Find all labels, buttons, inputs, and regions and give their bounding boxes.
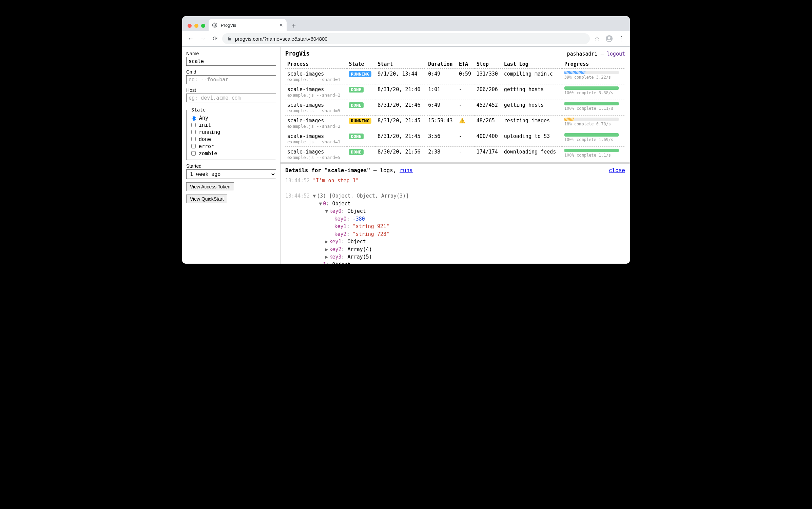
process-cmd: example.js --shard=5: [287, 108, 345, 113]
table-row[interactable]: scale-imagesexample.js --shard=1RUNNING9…: [285, 69, 625, 84]
started-label: Started: [186, 163, 276, 169]
app-content: Name Cmd Host State Anyinitrunningdoneer…: [182, 47, 630, 264]
new-tab-button[interactable]: ＋: [289, 20, 299, 30]
cell-step: 174/174: [475, 147, 502, 162]
table-row[interactable]: scale-imagesexample.js --shard=5DONE8/30…: [285, 147, 625, 162]
view-quickstart-button[interactable]: View QuickStart: [186, 195, 227, 203]
table-row[interactable]: scale-imagesexample.js --shard=2DONE8/31…: [285, 84, 625, 100]
state-badge: RUNNING: [349, 118, 371, 124]
state-option-zombie[interactable]: zombie: [190, 150, 272, 157]
progress-bar: [564, 118, 619, 121]
progress-bar: [564, 102, 619, 105]
started-select[interactable]: 1 week ago: [186, 169, 276, 179]
window-zoom-icon[interactable]: [201, 24, 205, 28]
state-option-running[interactable]: running: [190, 128, 272, 136]
log-tree-node[interactable]: ▶key3: Array(5): [285, 253, 625, 261]
state-checkbox-running[interactable]: [191, 130, 196, 134]
nav-forward-button[interactable]: →: [198, 34, 208, 44]
tab-close-icon[interactable]: ✕: [279, 22, 283, 28]
state-option-error[interactable]: error: [190, 143, 272, 150]
cell-progress: 100% complete 1.11/s: [562, 100, 625, 116]
logout-link[interactable]: logout: [607, 51, 625, 57]
state-fieldset: State Anyinitrunningdoneerrorzombie: [186, 107, 276, 160]
cell-eta: -: [457, 100, 475, 116]
username: pashasadri: [567, 51, 597, 57]
kebab-menu-icon[interactable]: ⋮: [616, 34, 626, 44]
user-block: pashasadri — logout: [567, 51, 625, 57]
name-input[interactable]: [186, 57, 276, 66]
state-checkbox-done[interactable]: [191, 137, 196, 141]
state-option-done[interactable]: done: [190, 136, 272, 143]
profile-avatar-icon[interactable]: [604, 34, 614, 44]
progress-text: 39% complete 3.22/s: [564, 75, 623, 80]
cell-start: 8/31/20, 21:45: [375, 131, 426, 147]
state-badge: DONE: [349, 149, 363, 155]
cmd-field: Cmd: [186, 69, 276, 84]
app-title: ProgVis: [285, 50, 310, 57]
nav-back-button[interactable]: ←: [186, 34, 196, 44]
log-tree-node[interactable]: ▼key0: Object: [285, 207, 625, 215]
table-row[interactable]: scale-imagesexample.js --shard=5DONE8/31…: [285, 100, 625, 116]
log-tree-node[interactable]: ▶1: Object: [285, 261, 625, 264]
process-name: scale-images: [287, 71, 345, 77]
cell-start: 8/31/20, 21:46: [375, 84, 426, 100]
cell-duration: 6:49: [426, 100, 457, 116]
cell-log: getting hosts: [502, 84, 562, 100]
progress-text: 100% complete 1.1/s: [564, 153, 623, 158]
cell-duration: 3:56: [426, 131, 457, 147]
main-header: ProgVis pashasadri — logout: [285, 50, 625, 57]
runs-tab[interactable]: runs: [400, 167, 413, 174]
log-line[interactable]: 13:44:52 ▼(3) [Object, Object, Array(3)]: [285, 192, 625, 200]
cell-progress: 100% complete 3.38/s: [562, 84, 625, 100]
name-label: Name: [186, 51, 276, 56]
nav-reload-button[interactable]: ⟳: [210, 34, 220, 44]
state-badge: RUNNING: [349, 71, 371, 77]
state-checkbox-error[interactable]: [191, 144, 196, 148]
host-input[interactable]: [186, 94, 276, 102]
log-tree-leaf: key2: "string 728": [285, 230, 625, 238]
window-close-icon[interactable]: [188, 24, 192, 28]
log-tree-node[interactable]: ▶key1: Object: [285, 238, 625, 246]
details-close-link[interactable]: close: [609, 167, 625, 174]
process-cmd: example.js --shard=1: [287, 77, 345, 82]
process-name: scale-images: [287, 86, 345, 93]
state-option-init[interactable]: init: [190, 121, 272, 128]
cell-progress: 39% complete 3.22/s: [562, 69, 625, 84]
log-tree-node[interactable]: ▶key2: Array(4): [285, 246, 625, 253]
state-option-any[interactable]: Any: [190, 115, 272, 121]
state-option-label: zombie: [199, 150, 217, 157]
browser-window: ProgVis ✕ ＋ ← → ⟳ progvis.com/?name=scal…: [182, 16, 630, 264]
warning-icon: ⚠️: [459, 118, 465, 124]
col-process: Process: [285, 60, 347, 69]
log-tree-node[interactable]: ▼0: Object: [285, 200, 625, 208]
process-cmd: example.js --shard=5: [287, 155, 345, 160]
state-radio-any[interactable]: [192, 116, 196, 121]
cell-start: 8/30/20, 21:56: [375, 147, 426, 162]
state-checkbox-init[interactable]: [191, 123, 196, 127]
cell-step: 206/206: [475, 84, 502, 100]
browser-tab[interactable]: ProgVis ✕: [209, 19, 287, 31]
lock-icon: [227, 36, 232, 41]
table-row[interactable]: scale-imagesexample.js --shard=2RUNNING8…: [285, 116, 625, 131]
state-option-label: init: [199, 122, 211, 128]
cell-start: 9/1/20, 13:44: [375, 69, 426, 84]
browser-tab-strip: ProgVis ✕ ＋ ← → ⟳ progvis.com/?name=scal…: [182, 16, 630, 47]
state-badge: DONE: [349, 134, 363, 139]
logs-tab[interactable]: logs: [380, 167, 393, 174]
table-row[interactable]: scale-imagesexample.js --shard=1DONE8/31…: [285, 131, 625, 147]
window-minimize-icon[interactable]: [194, 24, 198, 28]
bookmark-star-icon[interactable]: ☆: [592, 34, 602, 44]
table-header-row: Process State Start Duration ETA Step La…: [285, 60, 625, 69]
address-bar[interactable]: progvis.com/?name=scale&start=604800: [222, 33, 590, 44]
view-access-token-button[interactable]: View Access Token: [186, 182, 234, 191]
state-badge: DONE: [349, 102, 363, 108]
cell-log: resizing images: [502, 116, 562, 131]
cell-duration: 15:59:43: [426, 116, 457, 131]
state-checkbox-zombie[interactable]: [191, 151, 196, 156]
traffic-lights: [186, 24, 209, 31]
cell-step: 452/452: [475, 100, 502, 116]
cmd-input[interactable]: [186, 75, 276, 84]
tab-title: ProgVis: [221, 23, 276, 28]
state-option-label: running: [199, 129, 220, 135]
col-start: Start: [375, 60, 426, 69]
